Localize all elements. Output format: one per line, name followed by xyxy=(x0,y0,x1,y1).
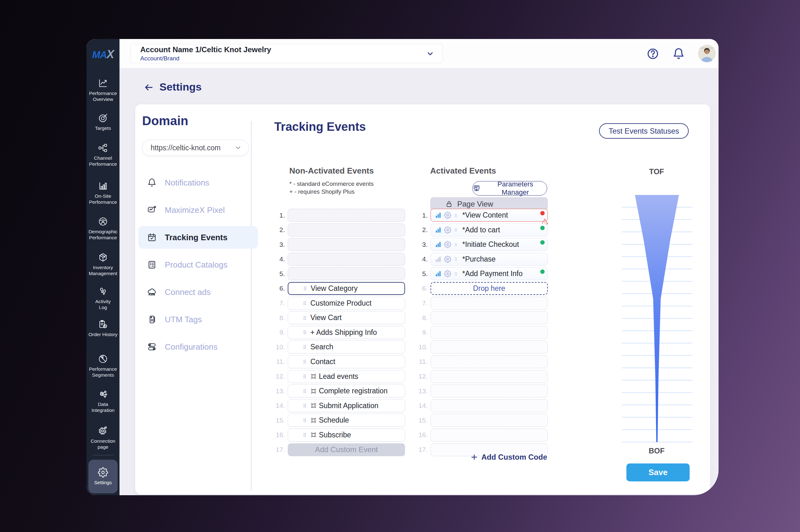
sidebar-item-on-site-performance[interactable]: On-SitePerformance xyxy=(87,181,119,205)
non-activated-row: 4. xyxy=(271,253,405,266)
activated-row: 13. xyxy=(414,384,548,397)
stats-bars-icon[interactable] xyxy=(435,212,442,219)
avatar[interactable] xyxy=(698,45,716,62)
event-label: *Add to cart xyxy=(462,226,500,234)
sidebar-item-activity-log[interactable]: ActivityLog xyxy=(87,286,119,311)
back-arrow-icon[interactable] xyxy=(144,82,154,92)
event-label: Subscribe xyxy=(319,431,351,439)
menu-item-product-catalogs[interactable]: Product Catalogs xyxy=(138,253,258,276)
drag-handle-icon[interactable] xyxy=(302,299,307,307)
row-number: 12. xyxy=(271,373,285,380)
drag-handle-icon[interactable] xyxy=(302,358,307,365)
drag-handle-icon[interactable] xyxy=(302,373,307,380)
domain-dropdown[interactable]: https://celtic-knot.com xyxy=(142,139,249,156)
drag-handle-icon[interactable] xyxy=(454,212,458,219)
test-events-statuses-button[interactable]: Test Events Statuses xyxy=(599,123,689,139)
sidebar-item-inventory-management[interactable]: InventoryManagement xyxy=(87,252,119,277)
draggable-event[interactable]: Search xyxy=(288,341,405,354)
menu-item-connect-ads[interactable]: Connect ads xyxy=(138,281,258,303)
drag-handle-icon[interactable] xyxy=(302,387,307,395)
row-number: 15. xyxy=(414,417,428,424)
non-activated-events-list: 1.2.3.4.5.6.View Category7.Customize Pro… xyxy=(271,209,405,458)
empty-event-slot xyxy=(431,341,548,354)
bell-icon[interactable] xyxy=(672,48,685,60)
gear-icon xyxy=(98,467,108,478)
sidebar-item-performance-overview[interactable]: PerformanceOverview xyxy=(87,78,119,102)
sidebar-item-connection-page[interactable]: Connectionpage xyxy=(87,426,119,450)
activated-event[interactable]: *View Content xyxy=(431,209,548,222)
drag-handle-icon[interactable] xyxy=(454,226,458,233)
draggable-event[interactable]: Complete registration xyxy=(288,384,405,397)
draggable-event[interactable]: Subscribe xyxy=(288,429,405,441)
stats-bars-icon[interactable] xyxy=(435,241,442,248)
drag-handle-icon[interactable] xyxy=(302,314,307,322)
menu-item-maximizex-pixel[interactable]: MaximizeX Pixel xyxy=(138,199,258,221)
drag-handle-icon[interactable] xyxy=(302,417,307,424)
drag-handle-icon[interactable] xyxy=(454,241,458,248)
sidebar-item-settings[interactable]: Settings xyxy=(88,460,118,493)
drag-handle-icon[interactable] xyxy=(454,255,458,263)
menu-item-notifications[interactable]: Notifications xyxy=(138,171,258,194)
help-icon[interactable] xyxy=(647,48,659,60)
drop-here-zone[interactable]: Drop here xyxy=(431,282,548,295)
add-custom-code-button[interactable]: Add Custom Code xyxy=(430,453,548,461)
row-number: 5. xyxy=(271,270,285,278)
draggable-event[interactable]: Submit Application xyxy=(288,399,405,412)
account-name: Account Name 1/Celtic Knot Jewelry xyxy=(140,45,271,54)
draggable-event[interactable]: View Cart xyxy=(288,311,405,324)
drag-handle-icon[interactable] xyxy=(302,285,308,292)
menu-item-configurations[interactable]: Configurations xyxy=(138,336,258,358)
activated-event[interactable]: *Purchase xyxy=(431,253,548,266)
row-number: 1. xyxy=(414,212,428,219)
gear-icon[interactable] xyxy=(444,241,451,248)
sidebar-item-label: On-SitePerformance xyxy=(89,193,117,205)
menu-item-label: Product Catalogs xyxy=(165,260,227,270)
drag-handle-icon[interactable] xyxy=(302,328,307,336)
parameters-manager-button[interactable]: Parameters Manager xyxy=(472,181,547,195)
stats-bars-icon[interactable] xyxy=(435,226,442,234)
cloud-connect-icon xyxy=(147,287,157,297)
sidebar-item-demographic-performance[interactable]: DemographicPerformance xyxy=(87,216,119,241)
gear-icon[interactable] xyxy=(444,226,451,234)
gear-icon[interactable] xyxy=(444,270,451,277)
drag-handle-icon[interactable] xyxy=(302,343,307,351)
row-number: 7. xyxy=(414,299,428,307)
bar-chart-icon xyxy=(98,181,108,191)
row-number: 11. xyxy=(414,358,428,365)
stats-bars-icon[interactable] xyxy=(435,270,442,277)
draggable-event[interactable]: Customize Product xyxy=(288,297,405,310)
activated-event[interactable]: *Add Payment Info xyxy=(431,267,548,280)
drag-handle-icon[interactable] xyxy=(302,431,307,439)
row-number: 8. xyxy=(271,314,285,322)
activated-row: 15. xyxy=(414,414,548,427)
stats-bars-icon[interactable] xyxy=(435,255,442,263)
menu-item-tracking-events[interactable]: Tracking Events xyxy=(138,226,258,249)
max-logo-x: X xyxy=(107,48,114,61)
row-number: 9. xyxy=(414,328,428,336)
footprints-icon xyxy=(98,286,108,297)
sidebar-item-order-history[interactable]: Order History xyxy=(87,319,119,338)
sidebar-item-targets[interactable]: Targets xyxy=(87,113,119,131)
activated-row: 1.*View Content xyxy=(414,209,548,222)
activated-event[interactable]: *Initiate Checkout xyxy=(431,238,548,251)
account-selector[interactable]: Account Name 1/Celtic Knot Jewelry Accou… xyxy=(131,44,443,63)
sidebar-item-label: Settings xyxy=(94,480,112,486)
activated-event[interactable]: *Add to cart xyxy=(431,224,548,236)
sidebar-item-channel-performance[interactable]: ChannelPerformance xyxy=(87,143,119,167)
sidebar-item-data-integration[interactable]: DataIntegration xyxy=(87,389,119,414)
save-button[interactable]: Save xyxy=(626,463,690,481)
draggable-event[interactable]: Contact xyxy=(288,355,405,368)
draggable-event[interactable]: Lead events xyxy=(288,370,405,383)
drag-handle-icon[interactable] xyxy=(302,402,307,410)
gear-icon[interactable] xyxy=(444,212,451,219)
drag-handle-icon[interactable] xyxy=(454,270,458,277)
draggable-event[interactable]: + Adds Shipping Info xyxy=(288,326,405,339)
sidebar-item-performance-segments[interactable]: PerformanceSegments xyxy=(87,354,119,378)
max-logo-ma: MA xyxy=(92,49,107,60)
draggable-event[interactable]: View Category xyxy=(288,282,405,295)
row-number: 4. xyxy=(414,255,428,263)
draggable-event[interactable]: Schedule xyxy=(288,414,405,427)
row-number: 14. xyxy=(271,402,285,410)
menu-item-utm-tags[interactable]: UTM Tags xyxy=(138,308,258,331)
gear-icon[interactable] xyxy=(444,255,451,263)
